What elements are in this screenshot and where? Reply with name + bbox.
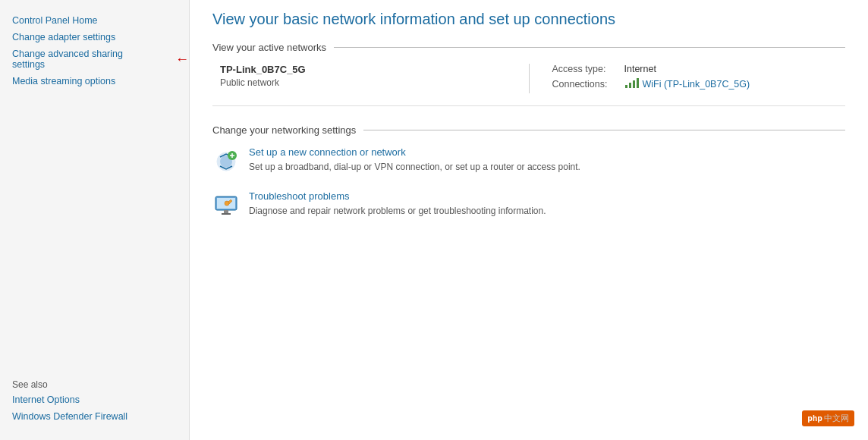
settings-list: Set up a new connection or network Set u…	[212, 146, 845, 219]
networks-container: TP-Link_0B7C_5G Public network Access ty…	[212, 64, 845, 106]
sidebar-item-internet-options[interactable]: Internet Options	[0, 391, 189, 408]
svg-rect-2	[633, 80, 635, 88]
svg-point-13	[225, 201, 229, 206]
sidebar-item-media-streaming-options[interactable]: Media streaming options	[0, 73, 189, 90]
network-type: Public network	[220, 77, 514, 88]
troubleshoot-item: Troubleshoot problems Diagnose and repai…	[212, 190, 845, 219]
connections-value[interactable]: WiFi (TP-Link_0B7C_5G)	[643, 79, 750, 90]
svg-rect-12	[222, 213, 231, 215]
new-connection-item: Set up a new connection or network Set u…	[212, 146, 845, 175]
connections-label: Connections:	[552, 79, 624, 90]
page-title: View your basic network information and …	[212, 11, 845, 28]
troubleshoot-link[interactable]: Troubleshoot problems	[249, 190, 546, 202]
section-divider-2	[363, 130, 845, 130]
connections-row: Connections: WiFi (TP-Link_0B7C_5G)	[552, 77, 846, 90]
main-content: View your basic network information and …	[190, 0, 868, 440]
php-badge-main: php	[807, 413, 822, 423]
troubleshoot-svg	[214, 193, 238, 218]
sidebar: Control Panel Home Change adapter settin…	[0, 0, 190, 440]
change-settings-label: Change your networking settings	[212, 124, 356, 136]
see-also-label: See also	[0, 375, 189, 391]
access-type-value: Internet	[624, 64, 656, 74]
section-divider-1	[334, 47, 845, 48]
new-connection-svg	[214, 149, 238, 174]
new-connection-text: Set up a new connection or network Set u…	[249, 146, 580, 174]
sidebar-top-links: Control Panel Home Change adapter settin…	[0, 8, 189, 90]
sidebar-item-control-panel-home[interactable]: Control Panel Home	[0, 12, 189, 29]
wifi-signal-icon	[624, 77, 640, 88]
troubleshoot-icon	[212, 192, 240, 219]
sidebar-item-windows-defender-firewall[interactable]: Windows Defender Firewall	[0, 408, 189, 425]
sidebar-bottom: See also Internet Options Windows Defend…	[0, 375, 189, 432]
change-settings-header: Change your networking settings	[212, 124, 845, 136]
network-right: Access type: Internet Connections: WiFi …	[545, 64, 846, 93]
svg-rect-0	[625, 85, 627, 88]
sidebar-item-change-advanced-sharing[interactable]: Change advanced sharing settings	[0, 46, 169, 73]
svg-rect-1	[629, 83, 631, 88]
network-vertical-divider	[529, 64, 530, 93]
svg-rect-11	[224, 210, 228, 213]
troubleshoot-text: Troubleshoot problems Diagnose and repai…	[249, 190, 546, 218]
new-connection-link[interactable]: Set up a new connection or network	[249, 146, 580, 158]
sidebar-item-change-advanced-sharing-container: Change advanced sharing settings ←	[0, 46, 189, 73]
troubleshoot-desc: Diagnose and repair network problems or …	[249, 204, 546, 218]
new-connection-desc: Set up a broadband, dial-up or VPN conne…	[249, 160, 580, 174]
red-arrow-icon: ←	[175, 52, 189, 68]
network-left: TP-Link_0B7C_5G Public network	[212, 64, 514, 93]
sidebar-item-change-adapter-settings[interactable]: Change adapter settings	[0, 29, 189, 46]
php-badge-suffix: 中文网	[824, 413, 849, 423]
php-badge: php中文网	[802, 410, 854, 426]
new-connection-icon	[212, 148, 240, 175]
access-type-row: Access type: Internet	[552, 64, 846, 74]
network-name: TP-Link_0B7C_5G	[220, 64, 514, 75]
svg-rect-3	[637, 78, 639, 88]
access-type-label: Access type:	[552, 64, 624, 74]
active-networks-label: View your active networks	[212, 42, 326, 53]
active-networks-header: View your active networks	[212, 42, 845, 53]
wifi-bars-icon	[624, 77, 640, 90]
